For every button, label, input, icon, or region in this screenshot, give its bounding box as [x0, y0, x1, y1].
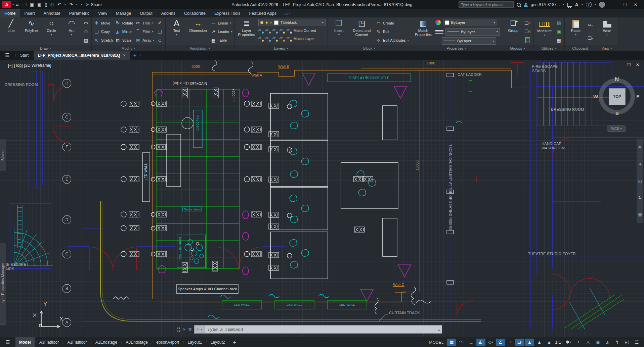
- layer-icon-6[interactable]: [265, 37, 270, 41]
- restore-button[interactable]: ❐: [623, 2, 627, 7]
- layer-properties-manager-tab[interactable]: Layer Properties Manager: [0, 243, 6, 325]
- panel-modify-label[interactable]: Modify▾: [92, 45, 165, 51]
- object-snap-tracking-icon[interactable]: ∠: [496, 339, 505, 346]
- view-cube-north[interactable]: N: [615, 76, 619, 83]
- annotation-visibility-icon[interactable]: ▲: [525, 339, 534, 346]
- dimension-button[interactable]: ↔Dimension: [188, 18, 209, 45]
- new-layout-button[interactable]: +: [230, 339, 240, 345]
- document-tab-close-icon[interactable]: ✕: [123, 53, 126, 58]
- undo-caret-icon[interactable]: ▾: [65, 3, 66, 6]
- layout-tab-a3endstage[interactable]: A3Endstage: [122, 337, 152, 347]
- undo-icon[interactable]: ↶: [57, 2, 61, 7]
- save-icon[interactable]: ▣: [30, 2, 34, 7]
- make-current-button[interactable]: Make Current: [258, 27, 326, 34]
- layout-tab-epsona4port[interactable]: epsonA4port: [153, 337, 183, 347]
- leader-button[interactable]: ↗Leader▾: [211, 28, 232, 35]
- orbit-icon[interactable]: ↻: [638, 196, 641, 200]
- create-block-button[interactable]: ▭Create: [376, 19, 409, 27]
- ellipse-tool-icon[interactable]: ⊙: [84, 29, 88, 34]
- cut-icon[interactable]: ✂▾: [588, 23, 593, 28]
- paste-button[interactable]: Paste▾: [567, 18, 585, 45]
- panel-layers-label[interactable]: Layers▾: [235, 45, 328, 51]
- layer-icon-3[interactable]: [272, 29, 277, 33]
- viewport-style-control[interactable]: [2D Wireframe]: [24, 63, 51, 68]
- table-button[interactable]: ▦Table: [211, 37, 232, 44]
- close-button[interactable]: ✕: [634, 2, 637, 7]
- performance-icon[interactable]: ↯: [613, 339, 622, 346]
- array-button[interactable]: ⊞Array▾: [135, 37, 154, 44]
- circle-button[interactable]: ○Circle▾: [42, 18, 60, 45]
- lineweight-dropdown[interactable]: ByLayer▾: [445, 28, 500, 36]
- grid-toggle-icon[interactable]: ▦: [447, 339, 456, 346]
- graphics-warning-icon[interactable]: ◭: [603, 339, 612, 346]
- edit-attributes-button[interactable]: ❖Edit Attributes▾: [376, 37, 409, 44]
- detect-convert-button[interactable]: ◳Detect and Convert: [350, 18, 374, 45]
- panel-properties-label[interactable]: Properties▾: [411, 45, 502, 51]
- ribbon-options-icon[interactable]: ▭▾: [281, 9, 294, 17]
- ungroup-icon[interactable]: ❑✕: [524, 20, 531, 26]
- open-from-mobile-icon[interactable]: ▯: [45, 2, 47, 7]
- command-bar[interactable]: >_▾ Type a command ▴: [194, 325, 442, 334]
- account-name[interactable]: gen.STA-8187...: [531, 2, 560, 7]
- panel-clipboard-label[interactable]: Clipboard: [565, 45, 596, 51]
- layer-icon-5[interactable]: [258, 37, 263, 41]
- share-button[interactable]: ➤ Share: [86, 2, 102, 7]
- command-drag-handle[interactable]: [177, 327, 180, 332]
- panel-annotation-label[interactable]: Annotation▾: [166, 45, 234, 51]
- plot-icon[interactable]: ⎙: [50, 2, 54, 7]
- layer-icon-4[interactable]: [280, 29, 285, 33]
- layout-tab-a1endstage[interactable]: A1Endstage: [92, 337, 121, 347]
- redo-caret-icon[interactable]: ▾: [76, 3, 78, 6]
- layer-icon-7[interactable]: [272, 37, 277, 41]
- layer-dropdown[interactable]: ✱ ⌐ Titleblock ▾: [258, 19, 326, 26]
- view-cube-east[interactable]: E: [636, 94, 640, 99]
- polyline-button[interactable]: ∿Polyline: [22, 18, 40, 45]
- edit-block-button[interactable]: ✎Edit: [376, 28, 409, 35]
- tab-home[interactable]: Home: [0, 9, 20, 17]
- customization-icon[interactable]: ☰: [632, 339, 641, 346]
- viewport-close-icon[interactable]: ✕: [636, 62, 639, 67]
- tab-annotate[interactable]: Annotate: [39, 9, 65, 17]
- layout-tab-a3flatfloor[interactable]: A3Flatfloor: [36, 337, 62, 347]
- group-edit-icon[interactable]: ❑✎: [524, 29, 531, 34]
- match-layer-button[interactable]: Match Layer: [258, 35, 326, 42]
- viewport-minimize-icon[interactable]: ─: [619, 62, 622, 67]
- document-tab[interactable]: LFP_Project AutoCA...inaPerera_8187081Q …: [34, 51, 130, 60]
- linear-button[interactable]: ↔Linear▾: [211, 19, 232, 27]
- object-snap-icon[interactable]: ⊡▾: [515, 339, 524, 346]
- viewport-controls[interactable]: [−] [Top] [2D Wireframe]: [8, 63, 51, 68]
- erase-icon[interactable]: ✐: [158, 20, 162, 26]
- layout-tab-layout2[interactable]: Layout2: [207, 337, 229, 347]
- panel-block-label[interactable]: Block▾: [328, 45, 411, 51]
- color-dropdown[interactable]: ByLayer▾: [443, 19, 497, 26]
- group-select-icon[interactable]: ❑: [525, 37, 530, 43]
- copy-clip-icon[interactable]: ❏▾: [588, 36, 593, 41]
- workspace-switching-icon[interactable]: ✱▾: [564, 339, 573, 346]
- copy-button[interactable]: ❏Copy: [94, 28, 113, 35]
- annotation-scale-button[interactable]: 1:1▾: [554, 339, 563, 346]
- layout-menu-icon[interactable]: ☰: [0, 339, 15, 345]
- linetype-dropdown[interactable]: ByLayer▾: [442, 37, 496, 45]
- isodraft-icon[interactable]: ◇▾: [486, 339, 495, 346]
- layer-icon-2[interactable]: [265, 29, 270, 33]
- tab-manage[interactable]: Manage: [112, 9, 135, 17]
- new-drawing-tab-button[interactable]: +: [130, 51, 140, 60]
- hatch-tool-icon[interactable]: ▨: [84, 38, 88, 43]
- clean-screen-icon[interactable]: ◱: [622, 339, 632, 346]
- scale-button[interactable]: ⊡Scale: [115, 37, 133, 44]
- layer-icon-8[interactable]: [280, 37, 285, 41]
- mirror-button[interactable]: ◭Mirror: [115, 28, 133, 35]
- panel-groups-label[interactable]: Groups▾: [502, 45, 533, 51]
- text-button[interactable]: AText▾: [168, 18, 186, 45]
- explode-icon[interactable]: ❑: [158, 29, 162, 34]
- save-as-icon[interactable]: ▣: [37, 2, 41, 7]
- ortho-toggle-icon[interactable]: ∟: [467, 339, 476, 346]
- quick-select-icon[interactable]: ▤: [557, 20, 561, 26]
- tab-addins[interactable]: Add-ins: [157, 9, 180, 17]
- tab-express-tools[interactable]: Express Tools: [210, 9, 245, 17]
- layout-tab-a1flatfloor[interactable]: A1Flatfloor: [63, 337, 90, 347]
- stretch-button[interactable]: ↖Stretch: [94, 37, 113, 44]
- base-button[interactable]: Base▾: [598, 18, 616, 45]
- line-button[interactable]: ╱Line: [2, 18, 20, 45]
- app-caret-icon[interactable]: ▾: [582, 3, 583, 6]
